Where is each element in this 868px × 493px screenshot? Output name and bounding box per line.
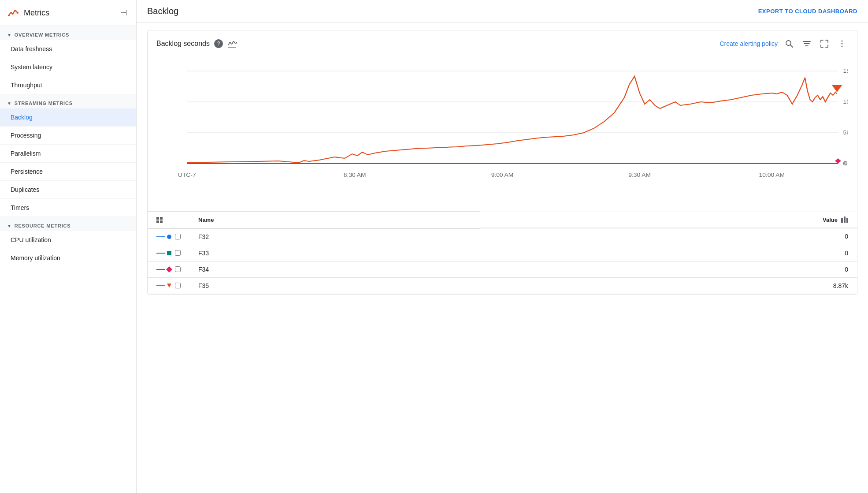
main-content: Backlog EXPORT TO CLOUD DASHBOARD Backlo… xyxy=(137,0,868,493)
help-icon[interactable]: ? xyxy=(214,39,223,48)
chart-card: Backlog seconds ? Create alerting policy xyxy=(147,30,857,295)
f33-legend-cell xyxy=(148,245,189,261)
table-row: F35 8.87k xyxy=(148,277,857,294)
sidebar-item-timers[interactable]: Timers xyxy=(0,199,136,217)
more-options-button[interactable] xyxy=(836,37,848,50)
table-row: F33 0 xyxy=(148,245,857,261)
export-to-cloud-dashboard-link[interactable]: EXPORT TO CLOUD DASHBOARD xyxy=(758,8,857,15)
svg-text:UTC-7: UTC-7 xyxy=(178,172,196,178)
sidebar: Metrics ⊣ ▼ OVERVIEW METRICS Data freshn… xyxy=(0,0,137,493)
svg-text:0: 0 xyxy=(844,161,848,167)
svg-text:15k: 15k xyxy=(843,68,848,74)
filter-button[interactable] xyxy=(801,37,813,50)
sidebar-item-system-latency[interactable]: System latency xyxy=(0,58,136,76)
search-button[interactable] xyxy=(783,37,795,50)
svg-text:9:00 AM: 9:00 AM xyxy=(491,172,514,178)
f32-value: 0 xyxy=(480,228,857,245)
f35-value: 8.87k xyxy=(480,277,857,294)
sidebar-item-throughput[interactable]: Throughput xyxy=(0,76,136,94)
svg-marker-25 xyxy=(832,85,842,92)
chart-actions: Create alerting policy xyxy=(720,37,848,50)
table-row: F34 0 xyxy=(148,261,857,277)
legend-table: Name Value xyxy=(148,211,857,294)
svg-point-10 xyxy=(842,43,843,45)
svg-point-1 xyxy=(17,12,19,14)
name-column-header: Name xyxy=(189,212,480,228)
metrics-wave-icon[interactable] xyxy=(227,39,237,49)
chart-toolbar: Backlog seconds ? Create alerting policy xyxy=(148,30,857,53)
sidebar-item-duplicates[interactable]: Duplicates xyxy=(0,181,136,199)
svg-text:10:00 AM: 10:00 AM xyxy=(759,172,785,178)
create-alerting-policy-link[interactable]: Create alerting policy xyxy=(720,40,778,47)
sidebar-item-persistence[interactable]: Persistence xyxy=(0,163,136,181)
f35-name: F35 xyxy=(189,277,480,294)
fullscreen-button[interactable] xyxy=(818,37,831,50)
f35-legend-cell xyxy=(148,277,189,294)
svg-text:5k: 5k xyxy=(843,130,848,136)
app-logo: Metrics xyxy=(7,7,49,19)
svg-text:8:30 AM: 8:30 AM xyxy=(344,172,366,178)
streaming-chevron-icon: ▼ xyxy=(7,101,12,106)
more-vertical-icon xyxy=(838,39,846,48)
f33-name: F33 xyxy=(189,245,480,261)
sidebar-item-backlog[interactable]: Backlog xyxy=(0,108,136,127)
f34-value: 0 xyxy=(480,261,857,277)
svg-text:10k: 10k xyxy=(843,99,848,105)
columns-view-icon[interactable] xyxy=(841,217,848,223)
sidebar-item-data-freshness[interactable]: Data freshness xyxy=(0,40,136,58)
filter-icon xyxy=(802,39,811,48)
sidebar-item-processing[interactable]: Processing xyxy=(0,127,136,145)
sidebar-header: Metrics ⊣ xyxy=(0,0,136,26)
svg-line-5 xyxy=(790,45,793,47)
grid-icon xyxy=(156,217,163,223)
svg-text:9:30 AM: 9:30 AM xyxy=(628,172,651,178)
f34-name: F34 xyxy=(189,261,480,277)
svg-point-11 xyxy=(842,46,843,47)
chart-panel: Backlog seconds ? Create alerting policy xyxy=(137,23,868,493)
svg-point-9 xyxy=(842,41,843,42)
resource-metrics-section: ▼ RESOURCE METRICS xyxy=(0,217,136,231)
app-name: Metrics xyxy=(24,8,49,18)
f34-checkbox[interactable] xyxy=(175,266,181,272)
fullscreen-icon xyxy=(820,39,829,48)
f33-checkbox[interactable] xyxy=(175,250,181,256)
streaming-metrics-section: ▼ STREAMING METRICS xyxy=(0,94,136,108)
backlog-chart: 15k 10k 5k 0 UTC-7 8:30 AM 9:00 AM 9:30 … xyxy=(156,53,848,203)
svg-point-4 xyxy=(786,41,791,45)
svg-marker-27 xyxy=(835,158,841,164)
page-title: Backlog xyxy=(147,6,178,16)
svg-point-0 xyxy=(8,15,10,16)
search-icon xyxy=(785,39,794,48)
chart-title: Backlog seconds xyxy=(156,40,210,48)
resource-chevron-icon: ▼ xyxy=(7,224,12,228)
f33-value: 0 xyxy=(480,245,857,261)
sidebar-item-parallelism[interactable]: Parallelism xyxy=(0,145,136,163)
table-row: F32 0 xyxy=(148,228,857,245)
sidebar-item-cpu-utilization[interactable]: CPU utilization xyxy=(0,231,136,249)
metrics-logo-icon xyxy=(7,7,19,19)
f32-checkbox[interactable] xyxy=(175,234,181,239)
chart-title-area: Backlog seconds ? xyxy=(156,39,237,49)
legend-icon-header xyxy=(148,212,189,228)
chart-area: 15k 10k 5k 0 UTC-7 8:30 AM 9:00 AM 9:30 … xyxy=(148,53,857,208)
sidebar-item-memory-utilization[interactable]: Memory utilization xyxy=(0,249,136,267)
value-column-header: Value xyxy=(480,212,857,228)
f32-name: F32 xyxy=(189,228,480,245)
f35-checkbox[interactable] xyxy=(175,283,181,288)
overview-chevron-icon: ▼ xyxy=(7,33,12,37)
f32-legend-cell xyxy=(148,228,189,245)
overview-metrics-section: ▼ OVERVIEW METRICS xyxy=(0,26,136,40)
collapse-sidebar-button[interactable]: ⊣ xyxy=(119,6,129,19)
main-header: Backlog EXPORT TO CLOUD DASHBOARD xyxy=(137,0,868,23)
f34-legend-cell xyxy=(148,261,189,277)
